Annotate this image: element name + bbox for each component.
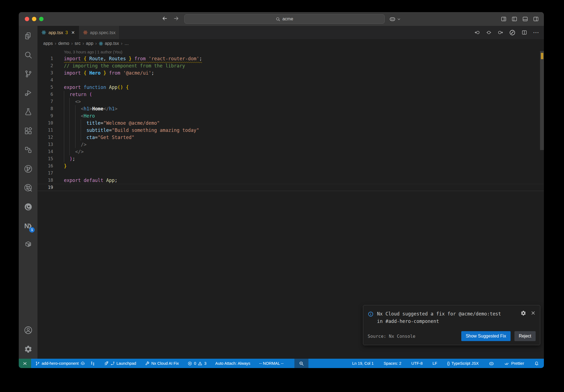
code-line-19[interactable]: 19 [37,184,544,191]
customize-layout-icon[interactable] [501,16,507,22]
indentation-item[interactable]: Spaces: 2 [381,359,404,368]
scrollbar[interactable] [540,48,544,359]
sidebar-item-gitlens-inspect[interactable] [19,178,37,197]
code-line-4[interactable]: 4 [37,77,544,84]
breadcrumb-item-app-tsx[interactable]: app.tsx [99,41,119,46]
launchpad-item[interactable]: Launchpad [101,359,139,368]
tab-app-tsx[interactable]: app.tsx 3 ✕ [37,26,79,39]
commit-graph-icon[interactable] [509,29,516,36]
breadcrumb-item-demo[interactable]: demo [58,41,69,46]
sidebar-item-source-control[interactable] [19,64,37,83]
search-value: acme [282,17,293,21]
current-commit-icon[interactable] [486,29,492,36]
command-center-search[interactable]: acme [184,14,385,24]
code-line-18[interactable]: 18export default App; [37,177,544,184]
code-line-16[interactable]: 16} [37,162,544,170]
code-line-8[interactable]: 8<h1>Home</h1> [37,105,544,112]
notification-close-icon[interactable] [531,311,536,315]
sidebar-item-edge-tools[interactable] [19,197,37,216]
git-compare-item[interactable] [88,359,97,368]
notification-message: Nx Cloud suggested a fix for @acme/demo:… [377,310,506,325]
breadcrumb-more[interactable]: … [124,41,129,46]
code-line-10[interactable]: 10title="Welcmoe @acme/demo" [37,119,544,127]
remote-icon [23,361,27,366]
toggle-primary-sidebar-icon[interactable] [511,16,517,22]
toggle-panel-icon[interactable] [522,16,528,22]
sidebar-item-explorer[interactable] [19,26,37,45]
line-number: 10 [37,119,53,127]
auto-attach-item[interactable]: Auto Attach: Always [213,359,253,368]
problems-item[interactable]: 0 3 [185,359,209,368]
minimize-window-button[interactable] [32,17,36,21]
code-line-14[interactable]: 14</> [37,148,544,155]
breadcrumb: apps›demo›src›app›app.tsx›… [37,39,544,48]
sidebar-item-package[interactable] [19,235,37,254]
remote-indicator[interactable] [19,359,31,368]
code-line-12[interactable]: 12cta="Get Started" [37,134,544,141]
code-line-1[interactable]: 1import { Route, Routes } from 'react-ro… [37,55,544,62]
toggle-secondary-sidebar-icon[interactable] [533,16,539,22]
code-line-3[interactable]: 3import { Hero } from '@acme/ui'; [37,69,544,77]
notification-toast: Nx Cloud suggested a fix for @acme/demo:… [363,305,540,345]
code-line-6[interactable]: 6return ( [37,91,544,98]
copilot-status-item[interactable] [486,359,497,368]
editor[interactable]: You, 3 hours ago | 1 author (You) 1impor… [37,48,544,359]
breadcrumb-item-src[interactable]: src [75,41,80,46]
close-window-button[interactable] [25,17,29,21]
vim-mode-item[interactable]: -- NORMAL -- [257,359,286,368]
sidebar-item-nx-console[interactable]: N❯ 1 [19,216,37,235]
notification-settings-gear-icon[interactable] [520,310,526,316]
git-blame-annotation: You, 3 hours ago | 1 author (You) [37,49,544,55]
react-file-icon [99,41,103,46]
history-forward-icon[interactable] [173,15,180,22]
tab-label: app.spec.tsx [90,30,116,35]
sidebar-item-run-debug[interactable] [19,83,37,102]
breadcrumb-item-app[interactable]: app [86,41,93,46]
bell-icon [534,361,539,366]
navigate-forward-commit-icon[interactable] [497,29,503,36]
show-suggested-fix-button[interactable]: Show Suggested Fix [461,331,511,341]
encoding-item[interactable]: UTF-8 [409,359,425,368]
code-line-2[interactable]: 2// importing the component from the lib… [37,62,544,69]
maximize-window-button[interactable] [39,17,44,21]
close-tab-icon[interactable]: ✕ [71,30,75,35]
code-line-17[interactable]: 17 [37,170,544,177]
sidebar-item-search[interactable] [19,45,37,64]
copilot-menu[interactable] [389,15,401,23]
language-mode-item[interactable]: {} TypeScript JSX [444,359,481,368]
scrollbar-slider[interactable] [540,51,544,150]
git-branch-item[interactable]: add-hero-component [33,359,88,368]
nx-cloud-fix-item[interactable]: Nx Cloud AI Fix [142,359,181,368]
eol-item[interactable]: LF [430,359,440,368]
line-number: 18 [37,177,53,184]
code-line-5[interactable]: 5export function App() { [37,84,544,91]
tab-app-spec-tsx[interactable]: app.spec.tsx [79,26,120,39]
gear-icon [24,345,32,353]
sidebar-item-project-graph[interactable] [19,140,37,159]
reject-button[interactable]: Reject [514,331,536,341]
notifications-bell-item[interactable] [532,359,542,368]
sidebar-item-extensions[interactable] [19,121,37,140]
code-line-9[interactable]: 9<Hero [37,112,544,119]
code-line-13[interactable]: 13/> [37,141,544,148]
more-actions-icon[interactable]: ⋯ [533,31,539,34]
settings-button[interactable] [19,340,37,359]
sidebar-item-testing[interactable] [19,102,37,121]
connected-nodes-icon [24,146,32,154]
code-line-15[interactable]: 15); [37,155,544,162]
activity-bar: N❯ 1 [19,26,37,359]
breadcrumb-item-apps[interactable]: apps [43,41,53,46]
cursor-position-item[interactable]: Ln 19, Col 1 [350,359,376,368]
sidebar-item-gitlens[interactable] [19,159,37,178]
code-line-11[interactable]: 11subtitle="Build something amazing toda… [37,127,544,134]
search-highlight-item[interactable] [294,359,308,368]
split-editor-icon[interactable] [521,29,527,36]
account-button[interactable] [19,321,37,340]
code-line-7[interactable]: 7<> [37,98,544,105]
navigate-back-commit-icon[interactable] [474,29,480,36]
line-number: 19 [37,184,53,191]
line-number: 15 [37,155,53,162]
run-debug-icon [24,89,32,97]
prettier-item[interactable]: Prettier [502,359,527,368]
history-back-icon[interactable] [161,15,168,22]
